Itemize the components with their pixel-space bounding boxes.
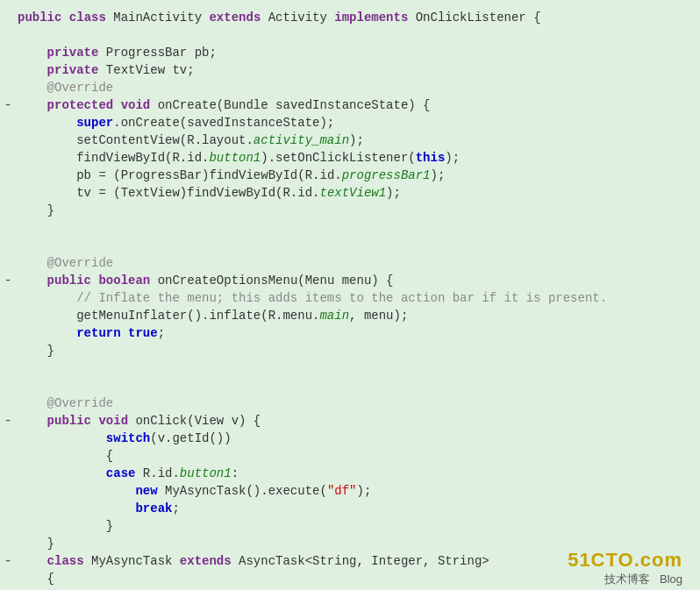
code-line: private TextView tv;: [0, 61, 700, 79]
code-text: case R.id.button1:: [18, 465, 239, 482]
code-line: {: [0, 447, 700, 465]
code-line: [0, 377, 700, 395]
code-text: protected void onCreate(Bundle savedInst…: [18, 96, 431, 114]
watermark: 51CTO.com 技术博客 Blog: [568, 549, 682, 587]
code-text: findViewById(R.id.button1).setOnClickLis…: [18, 149, 460, 167]
code-text: class MyAsyncTask extends AsyncTask<Stri…: [18, 552, 489, 570]
code-text: break;: [18, 500, 180, 517]
code-text: getMenuInflater().inflate(R.menu.main, m…: [18, 307, 408, 324]
code-text: switch(v.getId()): [18, 430, 232, 447]
code-line: findViewById(R.id.button1).setOnClickLis…: [0, 149, 700, 167]
code-text: [18, 359, 25, 377]
watermark-sub: 技术博客 Blog: [568, 572, 682, 587]
code-line: @Override: [0, 254, 700, 272]
code-text: @Override: [18, 79, 113, 96]
code-line: [0, 26, 700, 44]
code-line: - protected void onCreate(Bundle savedIn…: [0, 96, 700, 114]
code-text: private TextView tv;: [18, 61, 195, 79]
code-line: [0, 237, 700, 254]
code-editor: public class MainActivity extends Activi…: [0, 0, 700, 590]
code-line: public class MainActivity extends Activi…: [0, 9, 700, 26]
gutter-marker: -: [0, 552, 16, 570]
code-lines: public class MainActivity extends Activi…: [0, 9, 700, 590]
code-line: [0, 359, 700, 377]
code-line: tv = (TextView)findViewById(R.id.textVie…: [0, 184, 700, 202]
code-text: setContentView(R.layout.activity_main);: [18, 132, 364, 149]
code-line: super.onCreate(savedInstanceState);: [0, 114, 700, 132]
code-text: [18, 377, 25, 395]
code-text: // Inflate the menu; this adds items to …: [18, 289, 607, 307]
code-line: private ProgressBar pb;: [0, 44, 700, 61]
code-line: @Override: [0, 395, 700, 412]
code-line: new MyAsyncTask().execute("df");: [0, 482, 700, 500]
code-text: {: [18, 447, 113, 465]
code-line: break;: [0, 500, 700, 517]
code-line: case R.id.button1:: [0, 465, 700, 482]
code-text: }: [18, 517, 113, 535]
code-line: getMenuInflater().inflate(R.menu.main, m…: [0, 307, 700, 324]
code-text: public class MainActivity extends Activi…: [18, 9, 541, 26]
code-text: [18, 26, 25, 44]
code-text: }: [18, 535, 54, 552]
code-line: setContentView(R.layout.activity_main);: [0, 132, 700, 149]
code-text: {: [18, 570, 54, 587]
code-text: new MyAsyncTask().execute("df");: [18, 482, 371, 500]
code-text: return true;: [18, 324, 165, 342]
watermark-main: 51CTO.com: [568, 549, 682, 572]
code-line: - public boolean onCreateOptionsMenu(Men…: [0, 272, 700, 289]
code-line: switch(v.getId()): [0, 430, 700, 447]
code-text: }: [18, 342, 54, 359]
code-line: pb = (ProgressBar)findViewById(R.id.prog…: [0, 167, 700, 184]
code-line: return true;: [0, 324, 700, 342]
code-text: super.onCreate(savedInstanceState);: [18, 114, 334, 132]
code-line: @Override: [0, 79, 700, 96]
code-text: }: [18, 202, 54, 219]
code-text: [18, 219, 25, 237]
code-line: // Inflate the menu; this adds items to …: [0, 289, 700, 307]
code-text: public boolean onCreateOptionsMenu(Menu …: [18, 272, 394, 289]
code-text: @Override: [18, 395, 113, 412]
gutter-marker: -: [0, 412, 16, 430]
code-line: }: [0, 342, 700, 359]
code-line: }: [0, 202, 700, 219]
code-line: }: [0, 517, 700, 535]
code-text: private ProgressBar pb;: [18, 44, 217, 61]
code-text: public void onClick(View v) {: [18, 412, 261, 430]
code-line: [0, 219, 700, 237]
code-text: tv = (TextView)findViewById(R.id.textVie…: [18, 184, 401, 202]
gutter-marker: -: [0, 96, 16, 114]
code-line: - public void onClick(View v) {: [0, 412, 700, 430]
gutter-marker: -: [0, 272, 16, 289]
code-text: pb = (ProgressBar)findViewById(R.id.prog…: [18, 167, 445, 184]
code-text: @Override: [18, 254, 113, 272]
code-text: [18, 237, 25, 254]
